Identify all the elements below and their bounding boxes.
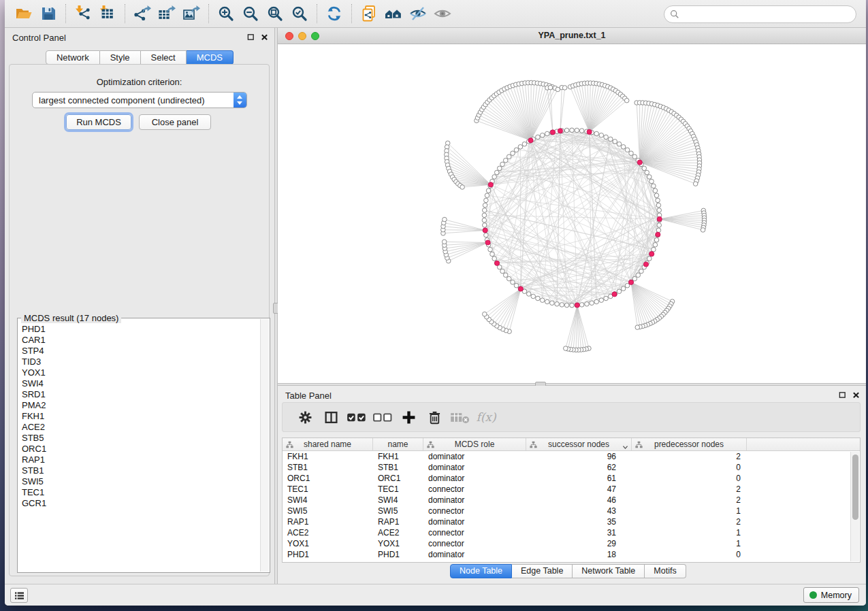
mcds-result-item[interactable]: SRD1 [22, 389, 260, 400]
table-row[interactable]: SWI4SWI4dominator462 [283, 495, 860, 506]
column-header-name[interactable]: name [373, 438, 423, 450]
mcds-result-item[interactable]: FKH1 [22, 411, 260, 422]
cell-successor-nodes: 96 [526, 451, 632, 462]
mcds-result-item[interactable]: RAP1 [22, 455, 260, 465]
memory-button[interactable]: Memory [803, 587, 859, 603]
mcds-result-item[interactable]: SWI4 [22, 378, 260, 389]
mcds-result-item[interactable]: YOX1 [22, 367, 260, 378]
tab-node-table[interactable]: Node Table [450, 564, 512, 578]
close-panel-button[interactable] [260, 33, 269, 42]
export-network-button[interactable] [130, 2, 155, 25]
cell-mcds-role: dominator [423, 451, 526, 462]
share-network-button[interactable] [357, 2, 381, 25]
mcds-result-item[interactable]: STP4 [22, 346, 260, 357]
mcds-result-item[interactable]: STB5 [22, 433, 260, 444]
optimization-criterion-select[interactable]: largest connected component (undirected) [32, 92, 247, 108]
cell-successor-nodes: 47 [526, 484, 632, 495]
mcds-list-scrollbar[interactable] [260, 319, 269, 572]
delete-button[interactable] [421, 405, 447, 429]
mcds-result-item[interactable]: ORC1 [22, 444, 260, 455]
mcds-result-item[interactable]: STB1 [22, 465, 260, 476]
cell-shared-name: SWI5 [283, 506, 373, 516]
function-builder-button[interactable]: f(x) [473, 405, 499, 429]
table-row[interactable]: ACE2ACE2connector311 [283, 527, 860, 538]
table-row[interactable]: TEC1TEC1connector472 [283, 484, 860, 495]
select-all-button[interactable] [344, 405, 370, 429]
deselect-all-button[interactable] [370, 405, 396, 429]
tab-style[interactable]: Style [100, 50, 141, 65]
cell-name: SWI5 [373, 506, 423, 516]
task-history-button[interactable] [10, 588, 28, 603]
float-panel-button[interactable] [838, 391, 847, 399]
control-panel-header: Control Panel [5, 28, 274, 46]
tab-mcds[interactable]: MCDS [187, 50, 234, 65]
column-header-successor-nodes[interactable]: successor nodes [526, 438, 632, 450]
delete-table-button[interactable] [447, 405, 473, 429]
mcds-tab-pane: Optimization criterion: largest connecte… [9, 64, 270, 576]
mcds-result-item[interactable]: CAR1 [22, 335, 260, 346]
hide-selected-button[interactable] [406, 2, 430, 25]
cell-name: SWI4 [373, 495, 423, 506]
first-neighbors-button[interactable] [381, 2, 406, 25]
zoom-out-button[interactable] [238, 2, 263, 25]
mcds-result-item[interactable]: PMA2 [22, 400, 260, 411]
cell-predecessor-nodes: 0 [632, 473, 747, 484]
close-panel-button[interactable] [852, 391, 861, 399]
save-session-button[interactable] [36, 2, 61, 25]
toolbar-separator [317, 4, 317, 23]
cell-successor-nodes: 62 [526, 462, 632, 473]
table-row[interactable]: PHD1PHD1dominator180 [283, 549, 860, 560]
tab-select[interactable]: Select [141, 50, 187, 65]
cell-predecessor-nodes: 0 [632, 462, 747, 473]
show-all-button[interactable] [430, 2, 455, 25]
cell-shared-name: YOX1 [283, 538, 373, 549]
hierarchy-icon [427, 441, 434, 450]
export-table-button[interactable] [155, 2, 179, 25]
table-row[interactable]: FKH1FKH1dominator962 [283, 451, 860, 462]
mcds-result-item[interactable]: GCR1 [22, 498, 260, 509]
cell-mcds-role: connector [423, 506, 526, 516]
network-canvas[interactable] [278, 44, 866, 383]
mcds-result-item[interactable]: SWI5 [22, 476, 260, 487]
zoom-in-button[interactable] [214, 2, 238, 25]
column-header-empty [747, 438, 860, 450]
mcds-result-item[interactable]: ACE2 [22, 422, 260, 433]
cell-shared-name: ACE2 [283, 527, 373, 538]
float-panel-button[interactable] [246, 33, 255, 42]
tab-edge-table[interactable]: Edge Table [512, 564, 573, 578]
tab-motifs[interactable]: Motifs [645, 564, 686, 578]
run-mcds-button[interactable]: Run MCDS [66, 114, 131, 130]
close-panel-action-button[interactable]: Close panel [139, 114, 211, 130]
tab-network[interactable]: Network [46, 50, 100, 65]
table-scrollbar-thumb[interactable] [852, 455, 858, 520]
cell-successor-nodes: 18 [526, 549, 632, 560]
table-scrollbar[interactable] [850, 452, 859, 561]
search-input[interactable] [679, 7, 856, 21]
mcds-result-item[interactable]: TEC1 [22, 487, 260, 498]
table-row[interactable]: SWI5SWI5connector431 [283, 506, 860, 516]
tab-network-table[interactable]: Network Table [573, 564, 645, 578]
open-session-button[interactable] [12, 2, 36, 25]
table-row[interactable]: RAP1RAP1dominator352 [283, 516, 860, 527]
export-image-button[interactable] [179, 2, 204, 25]
columns-button[interactable] [318, 405, 344, 429]
mcds-result-item[interactable]: PHD1 [22, 324, 260, 335]
memory-label: Memory [821, 591, 852, 600]
zoom-selected-button[interactable] [287, 2, 312, 25]
cell-name: YOX1 [373, 538, 423, 549]
table-row[interactable]: STB1STB1dominator620 [283, 462, 860, 473]
table-row[interactable]: ORC1ORC1dominator610 [283, 473, 860, 484]
gear-button[interactable] [292, 405, 318, 429]
open-session-icon [15, 5, 33, 22]
mcds-result-item[interactable]: TID3 [22, 357, 260, 367]
add-button[interactable] [396, 405, 421, 429]
table-row[interactable]: YOX1YOX1connector291 [283, 538, 860, 549]
table-panel-title: Table Panel [285, 391, 332, 401]
import-table-button[interactable] [95, 2, 120, 25]
refresh-layout-button[interactable] [322, 2, 347, 25]
import-network-button[interactable] [71, 2, 95, 25]
column-header-predecessor-nodes[interactable]: predecessor nodes [632, 438, 747, 450]
zoom-fit-button[interactable] [263, 2, 287, 25]
column-header-shared-name[interactable]: shared name [283, 438, 373, 450]
column-header-mcds-role[interactable]: MCDS role [423, 438, 526, 450]
